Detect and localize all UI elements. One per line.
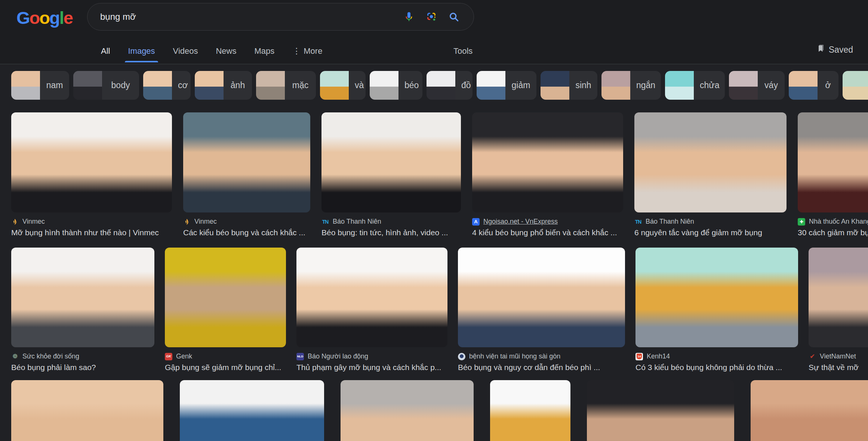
result-image[interactable]: [183, 112, 310, 212]
genk-favicon: GK: [165, 353, 172, 360]
chip-thumbnail: [427, 71, 455, 100]
search-icon[interactable]: [448, 11, 459, 22]
result-image[interactable]: [809, 248, 868, 347]
result-image[interactable]: [11, 380, 163, 441]
chip-vay[interactable]: váy: [729, 71, 785, 100]
result-card[interactable]: [587, 380, 734, 441]
ngoisao-favicon: A: [472, 218, 480, 226]
result-card[interactable]: Vinmec Các kiểu béo bụng và cách khắc ..…: [183, 112, 310, 237]
result-title: Có 3 kiểu béo bụng không phải do thừa ..…: [635, 363, 798, 372]
chip-thumbnail: [143, 71, 172, 100]
tools-button[interactable]: Tools: [453, 46, 473, 56]
result-image[interactable]: [180, 380, 324, 441]
result-source: Sức khỏe đời sống: [22, 353, 79, 360]
chip-anh[interactable]: ảnh: [195, 71, 252, 100]
chip-thumbnail: [370, 71, 398, 100]
result-card[interactable]: GKGenk Gập bụng sẽ giảm mỡ bụng chỉ...: [165, 248, 286, 372]
chip-chua[interactable]: chửa: [665, 71, 725, 100]
thanhnien-favicon: TN: [634, 218, 642, 226]
result-source: VietNamNet: [820, 353, 856, 360]
result-card[interactable]: ANgoisao.net - VnExpress 4 kiểu béo bụng…: [472, 112, 623, 237]
tab-videos[interactable]: Videos: [173, 46, 198, 56]
chip-thumbnail: [11, 71, 40, 100]
result-source: Báo Thanh Niên: [333, 218, 381, 226]
result-image[interactable]: [635, 248, 798, 347]
result-title: 30 cách giảm mỡ bụ: [798, 228, 868, 237]
result-card[interactable]: Vinmec Mỡ bụng hình thành như thế nào | …: [11, 112, 172, 237]
tab-news[interactable]: News: [216, 46, 236, 56]
google-logo[interactable]: Google: [16, 7, 73, 28]
result-title: Béo bụng: tin tức, hình ảnh, video ...: [321, 228, 461, 237]
kenh14-favicon: 14: [635, 353, 643, 360]
result-title: Béo bụng phải làm sao?: [11, 363, 154, 372]
result-title: Sự thật về mỡ: [809, 363, 868, 372]
chip-thumbnail: [789, 71, 818, 100]
result-image[interactable]: [751, 380, 868, 441]
chip-beo[interactable]: béo: [370, 71, 422, 100]
result-source: Vinmec: [22, 218, 45, 226]
search-input[interactable]: [100, 12, 403, 22]
result-card[interactable]: ✔VietNamNet Sự thật về mỡ: [809, 248, 868, 372]
thanhnien-favicon: TN: [321, 218, 329, 226]
result-card[interactable]: [180, 380, 324, 441]
chip-thumbnail: [477, 71, 505, 100]
result-card[interactable]: 14Kenh14 Có 3 kiểu béo bụng không phải d…: [635, 248, 798, 372]
result-image[interactable]: [11, 248, 154, 347]
chip-o[interactable]: ở: [789, 71, 838, 100]
result-card[interactable]: [341, 380, 474, 441]
search-box[interactable]: [87, 3, 474, 31]
chip-thumbnail: [843, 71, 868, 100]
result-image[interactable]: [321, 112, 461, 212]
result-image[interactable]: [458, 248, 625, 347]
chip-nam[interactable]: nam: [11, 71, 69, 100]
vinmec-favicon: [183, 218, 191, 226]
tab-all[interactable]: All: [101, 46, 110, 56]
result-card[interactable]: [751, 380, 868, 441]
result-image[interactable]: [165, 248, 286, 347]
microphone-icon[interactable]: [403, 11, 415, 22]
result-image[interactable]: [296, 248, 447, 347]
chip-partial[interactable]: [843, 71, 868, 100]
result-image[interactable]: [798, 112, 868, 212]
result-image[interactable]: [634, 112, 787, 212]
chip-co[interactable]: cơ: [143, 71, 191, 100]
saved-button[interactable]: Saved: [816, 44, 853, 55]
chip-ngan[interactable]: ngắn: [601, 71, 661, 100]
tab-images[interactable]: Images: [128, 46, 155, 56]
search-header: Google: [0, 0, 868, 64]
image-results-grid: Vinmec Mỡ bụng hình thành như thế nào | …: [0, 112, 868, 441]
result-image[interactable]: [587, 380, 734, 441]
result-card[interactable]: [11, 380, 163, 441]
result-title: 4 kiểu béo bụng phổ biến và cách khắc ..…: [472, 228, 623, 237]
result-card[interactable]: TNBáo Thanh Niên 6 nguyên tắc vàng để gi…: [634, 112, 787, 237]
result-card[interactable]: ✚Nhà thuốc An Khang 30 cách giảm mỡ bụ: [798, 112, 868, 237]
result-source: Vinmec: [194, 218, 217, 226]
chip-mac[interactable]: mặc: [256, 71, 316, 100]
chip-sinh[interactable]: sinh: [541, 71, 597, 100]
chip-thumbnail: [729, 71, 758, 100]
result-image[interactable]: [490, 380, 570, 441]
taimuihong-favicon: [458, 353, 465, 360]
chip-giam[interactable]: giảm: [477, 71, 536, 100]
chip-do[interactable]: đồ: [427, 71, 473, 100]
ankhang-favicon: ✚: [798, 218, 805, 226]
result-title: Các kiểu béo bụng và cách khắc ...: [183, 228, 310, 237]
chip-body[interactable]: body: [73, 71, 139, 100]
saved-label: Saved: [829, 45, 853, 55]
result-title: Thủ phạm gây mỡ bụng và cách khắc p...: [296, 363, 447, 372]
result-card[interactable]: ❁Sức khỏe đời sống Béo bụng phải làm sao…: [11, 248, 154, 372]
result-image[interactable]: [341, 380, 474, 441]
chip-va[interactable]: và: [320, 71, 366, 100]
more-dots-icon: ⋮: [292, 46, 301, 56]
nguoilaodong-favicon: NLD: [296, 353, 304, 360]
result-card[interactable]: bệnh viện tai mũi họng sài gòn Béo bụng …: [458, 248, 625, 372]
result-source: Ngoisao.net - VnExpress: [483, 218, 558, 226]
result-card[interactable]: [490, 380, 570, 441]
tab-maps[interactable]: Maps: [255, 46, 275, 56]
result-card[interactable]: NLDBáo Người lao động Thủ phạm gây mỡ bụ…: [296, 248, 447, 372]
result-image[interactable]: [472, 112, 623, 212]
result-image[interactable]: [11, 112, 172, 212]
result-card[interactable]: TNBáo Thanh Niên Béo bụng: tin tức, hình…: [321, 112, 461, 237]
google-lens-icon[interactable]: [426, 11, 437, 22]
tab-more[interactable]: ⋮More: [292, 46, 322, 56]
